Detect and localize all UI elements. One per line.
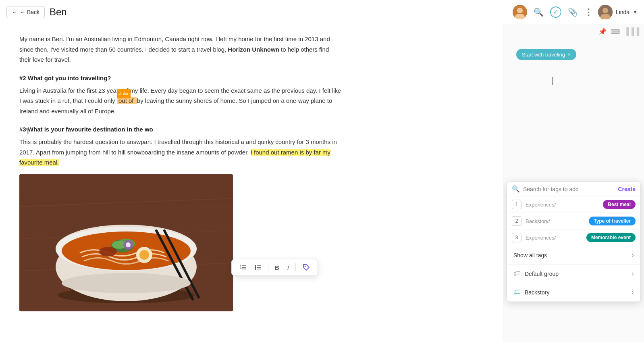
italic-button[interactable]: I [284,263,292,273]
backstory-group-chevron: › [632,288,634,296]
svg-point-16 [305,266,306,267]
paragraph-marker: ¶ [26,127,30,135]
sidebar-bars-button[interactable]: ▐▐▐ [624,27,639,36]
main-content: My name is Ben. I'm an Australian living… [0,24,644,342]
svg-point-35 [139,250,149,260]
back-label: ← Back [20,9,39,15]
intro-section: My name is Ben. I'm an Australian living… [19,34,484,65]
back-arrow-icon: ← [12,9,17,15]
tag-row-2[interactable]: 2 Backstory/ Type of traveller [507,213,640,229]
user-avatar [598,5,613,19]
section3-heading: #3 What is your favourite destination in… [19,126,484,133]
tag-chip-close-button[interactable]: × [567,51,571,58]
pin-button[interactable]: 📌 [598,27,607,36]
more-icon: ⋮ [584,7,593,17]
tag-category-3: Experiences/ [526,235,582,241]
show-all-tags-chevron: › [632,251,634,259]
tag-category-1: Experiences/ [526,202,599,208]
search-button[interactable]: 🔍 [534,7,544,17]
section2: #2 What got you into travelling? Living … [19,75,484,117]
svg-point-31 [126,242,131,247]
attachment-button[interactable]: 📎 [568,7,578,17]
cursor-indicator: | [552,76,554,84]
section2-heading: #2 What got you into travelling? [19,75,484,81]
keyboard-button[interactable]: ⌨ [611,27,620,36]
create-tag-button[interactable]: Create [618,186,636,192]
bars-icon: ▐▐▐ [624,27,639,36]
ordered-list-button[interactable]: 1. [236,262,249,273]
tag-dropdown: 🔍 Create 1 Experiences/ Best meal 2 Back… [507,181,641,302]
right-sidebar: 📌 ⌨ ▐▐▐ Start with traveling × | 🔍 [503,24,644,342]
svg-point-11 [255,267,256,268]
svg-point-10 [255,265,256,267]
tag-number-3: 3 [512,233,521,242]
svg-point-12 [255,268,256,270]
svg-point-1 [517,8,523,13]
section3: ¶ #3 What is your favourite destination … [19,126,484,311]
tag-row-3[interactable]: 3 Experiences/ Memorable event [507,229,640,246]
svg-point-38 [62,273,191,293]
svg-point-4 [602,8,608,13]
search-icon: 🔍 [534,7,544,17]
tag-badge-type-traveller[interactable]: Type of traveller [589,217,636,225]
default-group-icon: 🏷 [513,269,521,278]
bold-button[interactable]: B [272,263,283,273]
page-title: Ben [50,6,508,18]
tag-chip-area: Start with traveling × [503,39,644,70]
user-dropdown-icon: ▼ [633,9,638,15]
show-all-tags-label: Show all tags [513,252,632,259]
tag-button[interactable] [299,262,314,273]
show-all-tags-row[interactable]: Show all tags › [507,246,640,265]
tag-badge-best-meal[interactable]: Best meal [603,200,636,209]
backstory-group-label: Backstory [525,289,627,296]
user-name: Linda [616,9,629,15]
julia-label: Julia [117,89,131,98]
top-navigation: ← ← Back Ben 🔍 ✓ 📎 ⋮ [0,0,644,24]
clip-icon: 📎 [568,7,578,17]
user-menu[interactable]: Linda ▼ [598,5,638,19]
ordered-list-icon: 1. [239,264,246,271]
ramen-image [19,174,233,311]
section3-body: This is probably the hardest question to… [19,137,342,168]
keyboard-icon: ⌨ [611,28,620,35]
section2-body: Living in Australia for the first 23 yea… [19,86,342,117]
default-group-label: Default group [525,271,627,277]
tag-search-input[interactable] [523,186,615,192]
tag-icon [302,263,310,271]
highlight-julia: Julia out of [117,97,137,104]
ramen-bowl-svg [19,174,233,311]
sidebar-top-area: 📌 ⌨ ▐▐▐ [503,24,644,39]
tag-search-row: 🔍 Create [507,182,640,196]
tag-search-icon: 🔍 [512,185,520,193]
tag-row-1[interactable]: 1 Experiences/ Best meal [507,196,640,213]
contact-avatar-img [513,5,527,19]
tag-number-1: 1 [512,200,521,209]
svg-point-32 [99,247,117,256]
tag-chip-label: Start with traveling [522,52,565,58]
tag-chip: Start with traveling × [516,49,576,60]
unordered-list-icon [254,264,262,271]
more-options-button[interactable]: ⋮ [584,7,593,17]
contact-avatar [513,5,527,19]
default-group-chevron: › [632,269,634,278]
nav-icons: 🔍 ✓ 📎 ⋮ [513,5,593,19]
pin-icon: 📌 [598,28,607,35]
backstory-group-row[interactable]: 🏷 Backstory › [507,283,640,302]
toolbar-divider [268,263,268,271]
check-button[interactable]: ✓ [550,6,561,18]
blog-name: Horizon Unknown [228,46,279,53]
intro-text: My name is Ben. I'm an Australian living… [19,34,342,65]
back-button[interactable]: ← ← Back [6,6,45,18]
article-area: My name is Ben. I'm an Australian living… [0,24,503,342]
tag-number-2: 2 [512,216,521,226]
floating-toolbar: 1. [231,259,318,276]
tag-badge-memorable-event[interactable]: Memorable event [586,233,636,242]
unordered-list-button[interactable] [251,262,265,273]
backstory-group-icon: 🏷 [513,288,521,296]
italic-icon: I [287,264,289,271]
bold-icon: B [275,264,279,271]
default-group-row[interactable]: 🏷 Default group › [507,265,640,283]
toolbar-divider-2 [295,263,296,271]
check-icon: ✓ [550,6,561,18]
tag-category-2: Backstory/ [526,218,585,224]
